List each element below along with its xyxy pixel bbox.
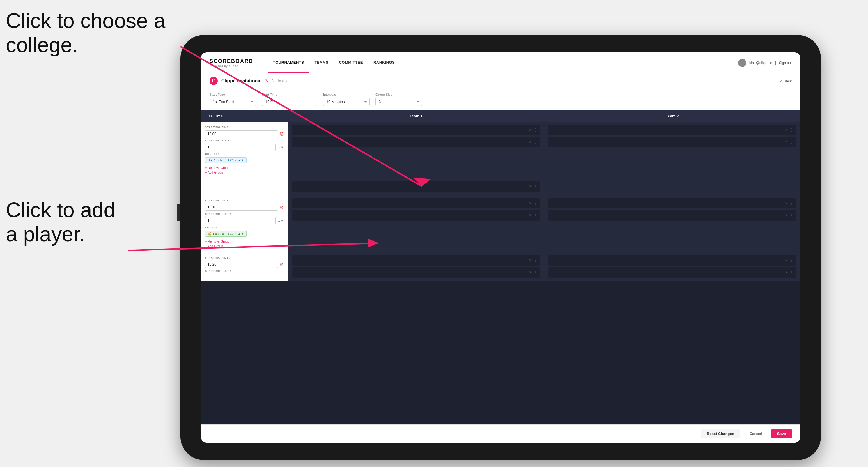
player-slot[interactable]: ✕ ⋮ (292, 255, 540, 266)
starting-time-row-3: ⏰ (205, 261, 284, 268)
intervals-select[interactable]: 10 Minutes (323, 97, 370, 106)
player-slot-x[interactable]: ✕ (529, 140, 532, 144)
course-remove-2[interactable]: × (234, 232, 236, 235)
annotation-bottom-line1: Click to add (6, 198, 115, 222)
course-row-1: (A) Peachtree GC × ▲▼ (205, 157, 284, 163)
remove-group-2[interactable]: ○ Remove Group (205, 240, 284, 243)
player-slot[interactable]: ✕ ⋮ (292, 267, 540, 278)
nav-tournaments[interactable]: TOURNAMENTS (268, 53, 309, 73)
player-slot-x[interactable]: ✕ (785, 128, 788, 132)
group-team2-2: ✕ ⋮ ✕ ⋮ (544, 195, 801, 252)
save-button[interactable]: Save (771, 429, 792, 438)
player-slot-chevron[interactable]: ⋮ (790, 140, 793, 144)
scoreboard-logo: SCOREBOARD Powered by clippd (210, 58, 253, 67)
course-team2-1 (544, 179, 801, 195)
nav-separator: | (775, 61, 776, 65)
sub-header: C Clippd Invitational (Men) Hosting < Ba… (201, 73, 801, 89)
add-group-2[interactable]: + Add Group (205, 244, 284, 248)
player-slot[interactable]: ✕ ⋮ (292, 210, 540, 221)
sign-out-link[interactable]: Sign out (779, 61, 792, 65)
nav-rankings[interactable]: RANKINGS (368, 53, 400, 73)
player-slot[interactable]: ✕ ⋮ (548, 198, 796, 209)
course-remove-1[interactable]: × (234, 159, 236, 162)
course-tag-2[interactable]: ⛳ East Lake GC × ▲▼ (205, 230, 247, 237)
group-left-2: STARTING TIME: ⏰ STARTING HOLE: ▲▼ COURS… (201, 195, 288, 252)
player-slot-x[interactable]: ✕ (785, 140, 788, 144)
player-slot-chevron[interactable]: ⋮ (533, 128, 537, 132)
player-slot-x[interactable]: ✕ (529, 271, 532, 275)
starting-time-input-2[interactable] (205, 204, 278, 211)
player-slot-x[interactable]: ✕ (785, 213, 788, 217)
main-content: Tee Time Team 1 Team 2 STARTING TIME: ⏰ … (201, 110, 801, 442)
nav-right: blair@clippd.io | Sign out (738, 59, 792, 67)
player-slot-x[interactable]: ✕ (785, 271, 788, 275)
tablet-side-button (177, 204, 181, 221)
start-time-label: Start Time (262, 93, 317, 96)
player-slot-chevron[interactable]: ⋮ (790, 271, 793, 275)
starting-hole-input-1[interactable] (205, 144, 276, 151)
nav-teams[interactable]: TEAMS (309, 53, 334, 73)
main-nav: TOURNAMENTS TEAMS COMMITTEE RANKINGS (268, 53, 738, 73)
clock-icon-1: ⏰ (280, 132, 284, 136)
player-slot-chevron[interactable]: ⋮ (533, 140, 537, 144)
starting-hole-label-1: STARTING HOLE: (205, 139, 284, 142)
nav-committee[interactable]: COMMITTEE (334, 53, 368, 73)
course-tag-1[interactable]: (A) Peachtree GC × ▲▼ (205, 157, 247, 163)
starting-hole-label-3: STARTING HOLE: (205, 270, 284, 273)
start-time-input[interactable] (262, 97, 317, 106)
intervals-label: Intervals (323, 93, 370, 96)
tablet-screen: SCOREBOARD Powered by clippd TOURNAMENTS… (201, 53, 801, 442)
player-slot-x[interactable]: ✕ (785, 258, 788, 262)
course-chevron-2: ▲▼ (238, 232, 244, 236)
player-slot[interactable]: ✕ ⋮ (548, 267, 796, 278)
group-actions-2: ○ Remove Group + Add Group (205, 240, 284, 248)
player-slot[interactable]: ✕ ⋮ (548, 137, 796, 147)
add-group-1[interactable]: + Add Group (205, 170, 284, 174)
group-team1-1: ✕ ⋮ ✕ ⋮ (288, 122, 544, 178)
player-slot-chevron[interactable]: ⋮ (790, 128, 793, 132)
player-slot-chevron[interactable]: ⋮ (533, 213, 537, 217)
player-slot[interactable]: ✕ ⋮ (292, 125, 540, 135)
player-slot-chevron[interactable]: ⋮ (533, 185, 537, 189)
reset-button[interactable]: Reset Changes (701, 429, 740, 438)
player-slot-x[interactable]: ✕ (529, 128, 532, 132)
user-email: blair@clippd.io (749, 61, 772, 65)
group-row: STARTING TIME: ⏰ STARTING HOLE: ▲▼ COURS… (201, 122, 801, 179)
tablet-frame: SCOREBOARD Powered by clippd TOURNAMENTS… (181, 35, 821, 460)
player-slot-chevron[interactable]: ⋮ (790, 201, 793, 205)
course-label-1: COURSE: (205, 153, 284, 155)
col-tee-time: Tee Time (201, 110, 288, 122)
player-slot-x[interactable]: ✕ (529, 185, 532, 189)
player-slot-x[interactable]: ✕ (529, 258, 532, 262)
player-slot-chevron[interactable]: ⋮ (533, 271, 537, 275)
player-slot-chevron[interactable]: ⋮ (790, 213, 793, 217)
player-slot[interactable]: ✕ ⋮ (548, 125, 796, 135)
player-slot-chevron[interactable]: ⋮ (533, 201, 537, 205)
cancel-button[interactable]: Cancel (744, 429, 768, 438)
player-slot-chevron[interactable]: ⋮ (533, 258, 537, 262)
player-slot-x[interactable]: ✕ (785, 201, 788, 205)
starting-hole-input-2[interactable] (205, 217, 276, 224)
starting-time-input-3[interactable] (205, 261, 278, 268)
player-slot-x[interactable]: ✕ (529, 201, 532, 205)
player-slot[interactable]: ✕ ⋮ (292, 181, 540, 192)
player-slot[interactable]: ✕ ⋮ (292, 137, 540, 147)
player-slot[interactable]: ✕ ⋮ (548, 255, 796, 266)
player-slot-x[interactable]: ✕ (529, 213, 532, 217)
remove-group-1[interactable]: ○ Remove Group (205, 166, 284, 169)
annotation-top: Click to choose a college. (6, 9, 165, 57)
group-row-2: STARTING TIME: ⏰ STARTING HOLE: ▲▼ COURS… (201, 195, 801, 252)
start-type-group: Start Type 1st Tee Start (210, 93, 256, 106)
player-slot-chevron[interactable]: ⋮ (790, 258, 793, 262)
clock-icon-2: ⏰ (280, 206, 284, 209)
player-slot[interactable]: ✕ ⋮ (548, 210, 796, 221)
back-button[interactable]: < Back (780, 79, 792, 83)
player-slot[interactable]: ✕ ⋮ (292, 198, 540, 209)
tournament-badge: (Men) (265, 79, 274, 83)
start-type-select[interactable]: 1st Tee Start (210, 97, 256, 106)
group-left-3: STARTING TIME: ⏰ STARTING HOLE: (201, 252, 288, 281)
course-chevron-1: ▲▼ (238, 158, 244, 162)
group-size-select[interactable]: 3 (375, 97, 422, 106)
hole-chevron-2: ▲▼ (277, 219, 284, 222)
starting-time-input-1[interactable] (205, 130, 278, 137)
